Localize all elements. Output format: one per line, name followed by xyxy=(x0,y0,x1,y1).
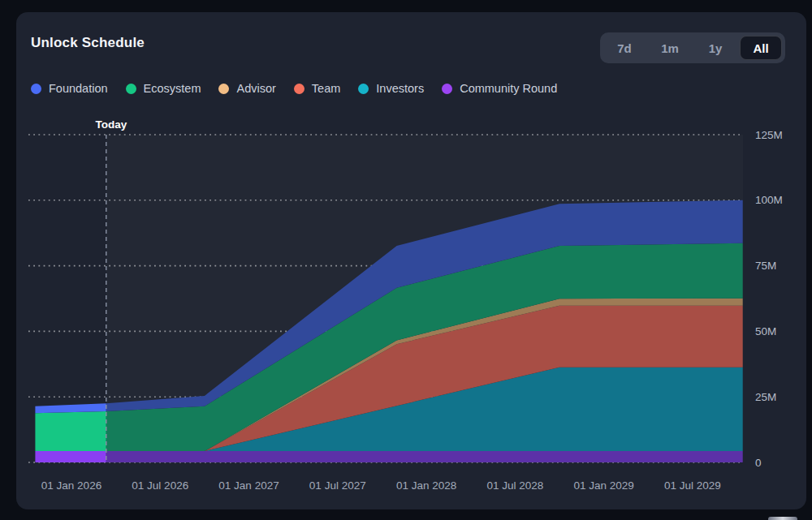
x-tick: 01 Jul 2028 xyxy=(486,479,543,492)
area-foundation-past xyxy=(35,200,742,413)
unlock-schedule-card: Today025M50M75M100M125M01 Jan 202601 Jul… xyxy=(16,12,806,509)
y-tick-50M: 50M xyxy=(755,325,776,337)
x-tick: 01 Jan 2028 xyxy=(396,479,456,492)
y-tick-0: 0 xyxy=(755,457,762,469)
x-tick: 01 Jan 2026 xyxy=(41,479,102,492)
range-button-1m[interactable]: 1m xyxy=(649,36,691,60)
today-marker-label: Today xyxy=(95,118,127,131)
gridlines xyxy=(28,135,743,462)
y-tick-75M: 75M xyxy=(755,260,776,272)
area-community-round-past xyxy=(35,451,742,462)
areas-future xyxy=(35,200,742,462)
range-button-all[interactable]: All xyxy=(740,36,782,60)
range-button-1y[interactable]: 1y xyxy=(694,36,736,60)
legend-label: Community Round xyxy=(460,82,557,95)
legend-label: Team xyxy=(312,82,340,95)
x-tick: 01 Jul 2027 xyxy=(309,479,366,492)
y-tick-125M: 125M xyxy=(755,129,783,141)
x-tick: 01 Jan 2027 xyxy=(218,479,279,492)
x-tick: 01 Jul 2029 xyxy=(664,479,721,492)
area-advisor-past xyxy=(35,299,742,451)
chart-legend: FoundationEcosystemAdvisorTeamInvestorsC… xyxy=(31,82,557,95)
legend-label: Investors xyxy=(376,82,424,95)
area-investors-future xyxy=(35,367,742,451)
area-community-round-future xyxy=(35,451,742,462)
y-tick-100M: 100M xyxy=(755,194,783,206)
area-team-future xyxy=(35,306,742,451)
bottom-edge-widget[interactable] xyxy=(768,517,797,520)
y-tick-25M: 25M xyxy=(755,391,776,403)
area-advisor-future xyxy=(35,299,742,451)
area-team-past xyxy=(35,306,742,451)
legend-item-community-round[interactable]: Community Round xyxy=(442,82,557,95)
legend-dot xyxy=(126,84,136,94)
y-axis-labels: 025M50M75M100M125M xyxy=(755,129,783,469)
x-tick: 01 Jul 2026 xyxy=(132,479,188,492)
legend-label: Advisor xyxy=(236,82,275,95)
range-button-7d[interactable]: 7d xyxy=(603,36,646,60)
areas-past xyxy=(35,200,742,462)
legend-item-team[interactable]: Team xyxy=(294,82,340,95)
legend-item-investors[interactable]: Investors xyxy=(358,82,424,95)
legend-dot xyxy=(218,84,229,94)
legend-label: Ecosystem xyxy=(144,82,201,95)
area-investors-past xyxy=(35,367,742,451)
page: { "header": { "title": "Unlock Schedule"… xyxy=(0,0,812,520)
card-title: Unlock Schedule xyxy=(31,35,145,51)
legend-label: Foundation xyxy=(49,82,108,95)
range-selector: 7d1m1yAll xyxy=(600,32,785,63)
x-axis-labels: 01 Jan 202601 Jul 202601 Jan 202701 Jul … xyxy=(41,479,721,492)
legend-item-ecosystem[interactable]: Ecosystem xyxy=(126,82,201,95)
future-region-tint xyxy=(106,135,743,462)
legend-item-advisor[interactable]: Advisor xyxy=(218,82,275,95)
area-ecosystem-future xyxy=(35,243,742,451)
legend-dot xyxy=(31,84,41,94)
legend-dot xyxy=(294,84,304,94)
legend-item-foundation[interactable]: Foundation xyxy=(31,82,108,95)
area-ecosystem-past xyxy=(35,243,742,451)
legend-dot xyxy=(442,84,452,94)
x-tick: 01 Jan 2029 xyxy=(573,479,633,492)
legend-dot xyxy=(358,84,369,94)
area-foundation-future xyxy=(35,200,742,413)
